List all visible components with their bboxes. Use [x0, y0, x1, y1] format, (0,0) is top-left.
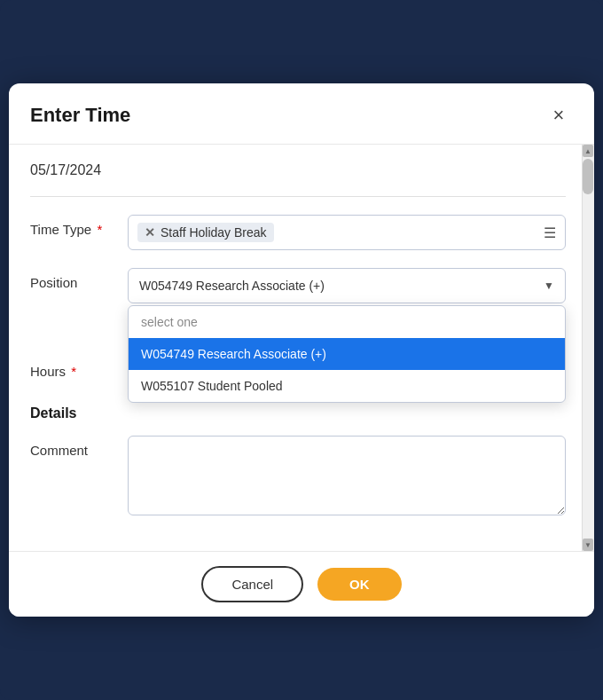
scrollbar-track: ▲ ▼ — [582, 145, 594, 551]
dropdown-option-placeholder[interactable]: select one — [129, 306, 565, 338]
modal-footer: Cancel OK — [9, 551, 594, 617]
divider — [30, 196, 566, 197]
comment-row: Comment — [30, 436, 566, 515]
list-icon[interactable]: ☰ — [544, 224, 556, 241]
required-indicator: * — [97, 222, 102, 237]
scroll-down-button[interactable]: ▼ — [583, 539, 593, 551]
hours-label: Hours * — [30, 357, 128, 379]
time-type-field[interactable]: ✕ Staff Holiday Break ☰ — [128, 215, 566, 250]
position-selected-value: W054749 Research Associate (+) — [139, 279, 325, 293]
modal-body: 05/17/2024 Time Type * ✕ Staff Holiday B… — [9, 145, 594, 551]
time-type-label: Time Type * — [30, 215, 128, 237]
dropdown-arrow-icon: ▼ — [544, 279, 554, 292]
ok-button[interactable]: OK — [317, 568, 402, 601]
time-type-row: Time Type * ✕ Staff Holiday Break ☰ — [30, 215, 566, 250]
modal-header: Enter Time × — [9, 83, 594, 145]
modal-title: Enter Time — [30, 104, 130, 127]
close-button[interactable]: × — [544, 101, 573, 130]
position-row: Position W054749 Research Associate (+) … — [30, 268, 566, 303]
comment-label: Comment — [30, 436, 128, 458]
dropdown-option-w054749[interactable]: W054749 Research Associate (+) — [129, 338, 565, 370]
scroll-thumb[interactable] — [583, 159, 593, 194]
cancel-button[interactable]: Cancel — [201, 566, 303, 602]
scroll-up-button[interactable]: ▲ — [583, 145, 593, 157]
dropdown-option-w055107[interactable]: W055107 Student Pooled — [129, 370, 565, 402]
time-type-tag: ✕ Staff Holiday Break — [137, 223, 274, 242]
time-type-value: Staff Holiday Break — [161, 225, 267, 240]
modal-wrapper: Enter Time × ▲ ▼ 05/17/2024 Time Type * — [0, 0, 603, 700]
position-dropdown-menu: select one W054749 Research Associate (+… — [128, 305, 566, 403]
hours-required-indicator: * — [71, 364, 76, 379]
date-display: 05/17/2024 — [30, 162, 566, 178]
position-select[interactable]: W054749 Research Associate (+) ▼ — [128, 268, 566, 303]
position-label: Position — [30, 268, 128, 290]
tag-remove-icon[interactable]: ✕ — [145, 225, 155, 240]
details-section-title: Details — [30, 405, 566, 421]
comment-textarea[interactable] — [128, 436, 566, 515]
position-container: W054749 Research Associate (+) ▼ select … — [128, 268, 566, 303]
enter-time-modal: Enter Time × ▲ ▼ 05/17/2024 Time Type * — [9, 83, 594, 617]
